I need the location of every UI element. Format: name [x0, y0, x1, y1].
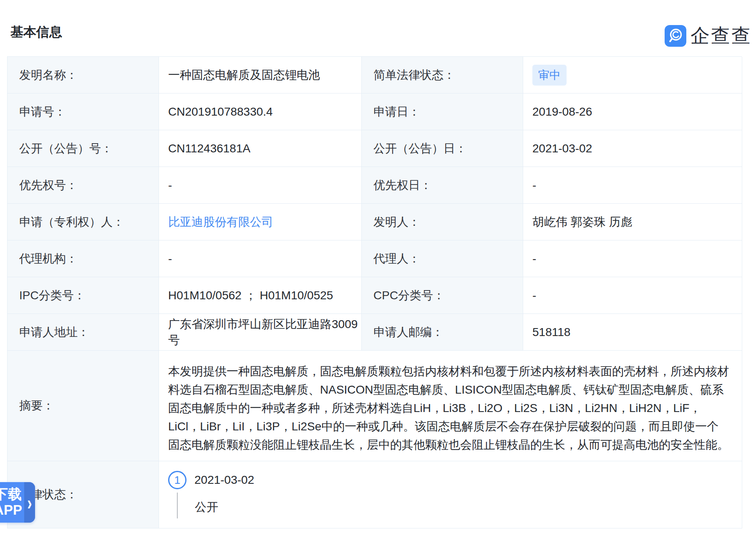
cpc-value: -: [523, 277, 742, 314]
abstract-value: 本发明提供一种固态电解质，固态电解质颗粒包括内核材料和包覆于所述内核材料表面的壳…: [159, 351, 742, 461]
agency-value: -: [159, 240, 362, 277]
publication-number-label: 公开（公告）号：: [8, 130, 159, 167]
publication-date-label: 公开（公告）日：: [362, 130, 523, 167]
qichacha-logo-icon: [665, 25, 686, 47]
agency-label: 代理机构：: [8, 240, 159, 277]
timeline-connector-line: [177, 493, 178, 518]
agent-label: 代理人：: [362, 240, 523, 277]
timeline-entry-head: 1 2021-03-02: [168, 471, 742, 489]
ipc-value: H01M10/0562 ； H01M10/0525: [159, 277, 362, 314]
legal-status-timeline: 1 2021-03-02 公开: [159, 461, 742, 528]
applicant-cell: 比亚迪股份有限公司: [159, 204, 362, 240]
qichacha-brand[interactable]: 企查查: [665, 23, 752, 49]
application-date-label: 申请日：: [362, 94, 523, 130]
invention-name-value: 一种固态电解质及固态锂电池: [159, 57, 362, 94]
agent-value: -: [523, 240, 742, 277]
timeline-date: 2021-03-02: [194, 473, 254, 487]
ipc-label: IPC分类号：: [8, 277, 159, 314]
priority-date-value: -: [523, 167, 742, 204]
priority-date-label: 优先权日：: [362, 167, 523, 204]
invention-name-label: 发明名称：: [8, 57, 159, 94]
qichacha-brand-name: 企查查: [690, 23, 752, 49]
chevron-right-icon: ›: [27, 493, 32, 513]
cpc-label: CPC分类号：: [362, 277, 523, 314]
applicant-label: 申请（专利权）人：: [8, 204, 159, 240]
page-title: 基本信息: [10, 23, 62, 41]
simple-legal-status-cell: 审中: [523, 57, 742, 94]
abstract-label: 摘要：: [8, 351, 159, 461]
applicant-address-label: 申请人地址：: [8, 314, 159, 351]
download-app-button[interactable]: 下载 APP ›: [0, 482, 35, 523]
simple-legal-status-label: 简单法律状态：: [362, 57, 523, 94]
applicant-company-link[interactable]: 比亚迪股份有限公司: [168, 214, 273, 230]
application-number-value: CN201910788330.4: [159, 94, 362, 130]
priority-number-label: 优先权号：: [8, 167, 159, 204]
download-app-line2: APP: [0, 502, 24, 518]
download-app-line1: 下载: [0, 486, 24, 502]
download-app-text: 下载 APP: [0, 486, 24, 518]
timeline-status: 公开: [195, 499, 218, 518]
publication-number-value: CN112436181A: [159, 130, 362, 167]
application-date-value: 2019-08-26: [523, 94, 742, 130]
priority-number-value: -: [159, 167, 362, 204]
applicant-zip-label: 申请人邮编：: [362, 314, 523, 351]
inventors-value: 胡屹伟 郭姿珠 历彪: [523, 204, 742, 240]
timeline-entry-body: 公开: [177, 489, 742, 518]
application-number-label: 申请号：: [8, 94, 159, 130]
basic-info-table: 发明名称： 一种固态电解质及固态锂电池 简单法律状态： 审中 申请号： CN20…: [7, 56, 742, 528]
download-app-expand-strip[interactable]: ›: [24, 482, 35, 523]
publication-date-value: 2021-03-02: [523, 130, 742, 167]
inventors-label: 发明人：: [362, 204, 523, 240]
applicant-address-value: 广东省深圳市坪山新区比亚迪路3009号: [159, 314, 362, 351]
timeline-index-badge: 1: [168, 471, 186, 489]
status-badge: 审中: [532, 65, 567, 86]
applicant-zip-value: 518118: [523, 314, 742, 351]
page-header: 基本信息 企查查: [0, 0, 756, 56]
